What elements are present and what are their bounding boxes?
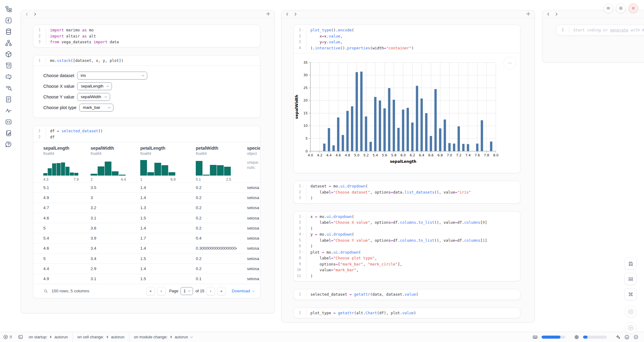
documentation-icon[interactable]	[5, 96, 12, 103]
ai-sparkles-icon[interactable]	[615, 334, 621, 340]
code-line[interactable]: 2df	[33, 134, 260, 140]
first-page-button[interactable]: «	[146, 287, 155, 295]
next-page-button[interactable]: ›	[206, 287, 215, 295]
choose-y-value-select[interactable]: sepalWidth	[77, 93, 110, 101]
scroll-left-button[interactable]	[285, 12, 293, 17]
last-page-button[interactable]: »	[217, 287, 226, 295]
terminal-icon[interactable]	[18, 334, 23, 340]
code-line[interactable]: 1import marimo as mo	[33, 27, 260, 33]
chart-actions-button[interactable]	[503, 57, 516, 69]
code-line[interactable]: 1df = selected_dataset()	[33, 128, 260, 134]
stop-button[interactable]	[625, 306, 637, 318]
code-line[interactable]: 4).interactive().properties(width="conta…	[294, 45, 520, 51]
scroll-left-button[interactable]	[25, 12, 33, 17]
code-line[interactable]: 2 label="Choose X value", options=df.col…	[294, 219, 520, 226]
column-header-petalLength[interactable]: petalLengthfloat6416.9	[130, 142, 186, 182]
menu-button[interactable]	[603, 3, 613, 13]
column-histogram[interactable]	[91, 159, 130, 177]
add-cell-button[interactable]	[525, 11, 531, 17]
code-line[interactable]: 1selected_dataset = getattr(data, datase…	[294, 291, 520, 297]
column-header-species[interactable]: speciesobjectunique:nulls:	[237, 142, 260, 182]
generate-with-ai-link[interactable]: generate	[610, 28, 628, 32]
on-cell-change-setting[interactable]: on cell change: autorun	[77, 335, 124, 339]
code-line[interactable]: 2 label="Choose dataset", options=data.l…	[294, 189, 520, 195]
keyboard-shortcuts-button[interactable]	[624, 288, 637, 300]
column-header-sepalWidth[interactable]: sepalWidthfloat6424.4	[80, 142, 130, 182]
column-header-petalWidth[interactable]: petalWidthfloat640.12.5	[186, 142, 237, 182]
prev-page-button[interactable]: ‹	[157, 287, 166, 295]
code-cell-xy-plot-dropdowns[interactable]: 1x = mo.ui.dropdown(2 label="Choose X va…	[293, 211, 521, 282]
scroll-left-button[interactable]	[546, 12, 554, 17]
scroll-right-button[interactable]	[554, 12, 562, 17]
code-cell-dataframe[interactable]: 1df = selected_dataset()2df sepalLengthf…	[33, 126, 260, 298]
table-row[interactable]: 5.43.91.70.4setosa	[33, 233, 260, 243]
scroll-right-button[interactable]	[33, 12, 41, 17]
table-row[interactable]: 4.63.11.50.2setosa	[33, 213, 260, 223]
logs-icon[interactable]	[5, 62, 12, 69]
bar-chart[interactable]: 4.04.24.44.64.85.05.25.45.65.86.06.26.46…	[294, 53, 520, 173]
code-line[interactable]: 10 value="mark_bar",	[294, 267, 520, 273]
choose-dataset-select[interactable]: iris	[77, 72, 147, 80]
code-line[interactable]: 1x = mo.ui.dropdown(	[294, 214, 520, 220]
code-cell-dataset-dropdown[interactable]: 1dataset = mo.ui.dropdown(2 label="Choos…	[293, 181, 521, 204]
code-line[interactable]: 6)	[294, 243, 520, 249]
download-button[interactable]: Download	[232, 289, 255, 293]
data-sources-icon[interactable]	[5, 28, 12, 35]
fold-icon[interactable]	[302, 185, 305, 188]
table-of-contents-icon[interactable]	[5, 84, 12, 92]
variables-icon[interactable]	[5, 17, 12, 24]
help-icon[interactable]	[5, 141, 12, 148]
ai-chat-icon[interactable]	[5, 73, 12, 80]
table-search-icon[interactable]	[43, 289, 48, 294]
code-cell-selected-dataset[interactable]: 1selected_dataset = getattr(data, datase…	[293, 289, 521, 300]
code-cell-vstack[interactable]: 1mo.vstack([dataset, x, y, plot]) Choose…	[33, 55, 260, 118]
code-line[interactable]: 3)	[294, 226, 520, 232]
shutdown-button[interactable]	[628, 3, 638, 13]
table-row[interactable]: 4.93.11.50.1setosa	[33, 274, 260, 284]
add-cell-button[interactable]	[265, 11, 271, 17]
snippets-icon[interactable]	[5, 118, 12, 126]
code-line[interactable]: 1mo.vstack([dataset, x, y, plot])	[33, 58, 260, 64]
code-line[interactable]: 1dataset = mo.ui.dropdown(	[294, 183, 520, 189]
tracing-icon[interactable]	[5, 107, 12, 114]
code-line[interactable]: 4y = mo.ui.dropdown(	[294, 231, 520, 237]
page-select[interactable]: 1	[181, 287, 193, 295]
code-line[interactable]: 8 label="Choose plot type",	[294, 255, 520, 261]
code-line[interactable]: 1 Start coding or generate with AI	[556, 27, 644, 33]
choose-plot-type-select[interactable]: mark_bar	[79, 104, 113, 112]
code-cell-plot[interactable]: 1plot_type().encode(2 x=x.value,3 y=y.va…	[293, 25, 521, 173]
code-line[interactable]: 3from vega_datasets import data	[33, 39, 260, 45]
code-cell-imports[interactable]: 1import marimo as mo2import altair as al…	[33, 25, 260, 48]
code-line[interactable]: 3)	[294, 195, 520, 201]
code-line[interactable]: 9 options=["mark_bar", "mark_circle"],	[294, 261, 520, 267]
fold-icon[interactable]	[302, 215, 305, 218]
code-line[interactable]: 1plot_type = getattr(alt.Chart(df), plot…	[294, 310, 520, 316]
layout-toggle-button[interactable]	[624, 273, 637, 285]
scratchpad-icon[interactable]	[5, 130, 12, 137]
dependency-graph-icon[interactable]	[5, 39, 12, 47]
error-count-icon[interactable]	[3, 334, 8, 340]
code-line[interactable]: 1plot_type().encode(	[294, 27, 520, 33]
settings-button[interactable]	[616, 3, 626, 13]
empty-code-cell[interactable]: 1 Start coding or generate with AI	[556, 25, 644, 36]
table-row[interactable]: 4.931.40.2setosa	[33, 192, 260, 202]
code-line[interactable]: 3 y=y.value,	[294, 39, 520, 45]
code-line[interactable]: 7plot = mo.ui.dropdown(	[294, 249, 520, 255]
column-histogram[interactable]	[196, 159, 237, 177]
table-row[interactable]: 5.13.51.40.2setosa	[33, 182, 260, 192]
fold-icon[interactable]	[302, 251, 305, 254]
packages-icon[interactable]	[5, 51, 12, 58]
column-histogram[interactable]	[43, 159, 80, 177]
table-row[interactable]: 4.73.21.30.2setosa	[33, 203, 260, 213]
code-line[interactable]: 5 label="Choose Y value", options=df.col…	[294, 237, 520, 244]
code-line[interactable]: 2import altair as alt	[33, 33, 260, 39]
table-row[interactable]: 4.42.91.40.2setosa	[33, 263, 260, 273]
code-line[interactable]: 11)	[294, 273, 520, 279]
code-cell-plot-type[interactable]: 1plot_type = getattr(alt.Chart(df), plot…	[293, 308, 521, 319]
choose-x-value-select[interactable]: sepalLength	[77, 82, 112, 90]
save-button[interactable]	[624, 258, 637, 270]
column-histogram[interactable]	[140, 159, 186, 177]
run-button[interactable]	[625, 322, 637, 334]
scroll-right-button[interactable]	[293, 12, 301, 17]
on-module-change-setting[interactable]: on module change: autorun	[134, 335, 193, 339]
